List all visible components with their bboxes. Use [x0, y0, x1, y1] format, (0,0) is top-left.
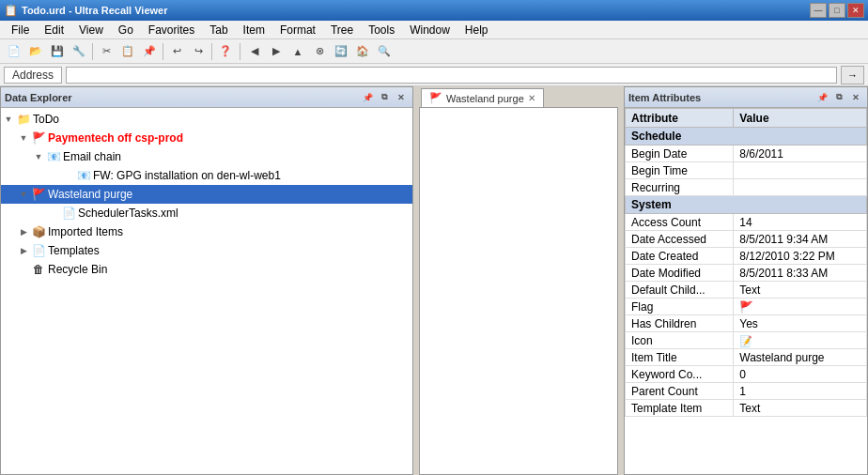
menu-tools[interactable]: Tools	[361, 22, 402, 38]
expand-scheduler[interactable]	[46, 206, 61, 221]
content-panel: 🚩 Wasteland purge ✕	[419, 86, 618, 475]
panel-pin-button[interactable]: 📌	[360, 91, 375, 104]
attr-row-begin-time: Begin Time	[626, 162, 867, 179]
menu-item[interactable]: Item	[236, 22, 272, 38]
label-imported: Imported Items	[48, 225, 123, 238]
attr-access-count-label: Access Count	[626, 214, 734, 231]
icon-imported: 📦	[31, 224, 46, 239]
expand-wasteland[interactable]: ▼	[16, 187, 31, 202]
tree-item-scheduler[interactable]: 📄 SchedulerTasks.xml	[1, 204, 412, 222]
label-recycle: Recycle Bin	[48, 263, 107, 276]
data-explorer-header: Data Explorer 📌 ⧉ ✕	[1, 87, 412, 108]
menu-view[interactable]: View	[71, 22, 111, 38]
nav-forward-button[interactable]: ▶	[266, 41, 287, 62]
attr-default-child-value: Text	[734, 282, 867, 299]
icon-wasteland: 🚩	[31, 187, 46, 202]
window-title: Todo.urd - Ultra Recall Viewer	[22, 5, 810, 16]
tree-item-imported[interactable]: ▶ 📦 Imported Items	[1, 222, 412, 241]
attr-float-button[interactable]: ⧉	[831, 91, 846, 104]
properties-button[interactable]: 🔧	[69, 41, 89, 62]
address-label: Address	[4, 67, 62, 84]
attributes-panel-controls[interactable]: 📌 ⧉ ✕	[814, 91, 863, 104]
attr-has-children-value: Yes	[734, 315, 867, 332]
menu-format[interactable]: Format	[272, 22, 323, 38]
menu-go[interactable]: Go	[111, 22, 141, 38]
attr-date-accessed-label: Date Accessed	[626, 231, 734, 248]
menu-tab[interactable]: Tab	[202, 22, 235, 38]
tree-item-emailchain[interactable]: ▼ 📧 Email chain	[1, 147, 412, 166]
nav-back-button[interactable]: ◀	[244, 41, 265, 62]
cut-button[interactable]: ✂	[96, 41, 116, 62]
panel-header-controls[interactable]: 📌 ⧉ ✕	[360, 91, 409, 104]
tree-item-paymentech[interactable]: ▼ 🚩 Paymentech off csp-prod	[1, 129, 412, 147]
menu-file[interactable]: File	[4, 22, 37, 38]
attributes-panel-header: Item Attributes 📌 ⧉ ✕	[625, 87, 867, 108]
attr-row-date-accessed: Date Accessed 8/5/2011 9:34 AM	[626, 231, 867, 248]
section-schedule-label: Schedule	[626, 128, 867, 146]
address-go-button[interactable]: →	[841, 66, 864, 84]
attr-row-icon: Icon 📝	[626, 332, 867, 349]
tree-item-todo[interactable]: ▼ 📁 ToDo	[1, 110, 412, 129]
menu-bar: File Edit View Go Favorites Tab Item For…	[0, 21, 868, 39]
toolbar-separator-1	[92, 43, 93, 60]
maximize-button[interactable]: □	[829, 3, 845, 18]
nav-stop-button[interactable]: ⊗	[309, 41, 330, 62]
copy-button[interactable]: 📋	[117, 41, 138, 62]
expand-fw[interactable]	[61, 168, 76, 183]
toolbar-section-nav: ◀ ▶ ▲ ⊗ 🔄 🏠 🔍	[244, 41, 395, 62]
toolbar-section-file: 📄 📂 💾 🔧 ✂ 📋 📌 ↩ ↪ ❓	[4, 41, 236, 62]
nav-refresh-button[interactable]: 🔄	[331, 41, 351, 62]
data-explorer-panel: Data Explorer 📌 ⧉ ✕ ▼ 📁 ToDo ▼ 🚩 Payment…	[0, 86, 413, 475]
paste-button[interactable]: 📌	[139, 41, 160, 62]
attr-icon-value: 📝	[734, 332, 867, 349]
tree-item-recycle[interactable]: 🗑 Recycle Bin	[1, 260, 412, 279]
data-explorer-title: Data Explorer	[5, 92, 72, 103]
open-button[interactable]: 📂	[25, 41, 46, 62]
expand-emailchain[interactable]: ▼	[31, 149, 46, 164]
save-button[interactable]: 💾	[47, 41, 68, 62]
nav-search-button[interactable]: 🔍	[374, 41, 395, 62]
tab-close-wasteland[interactable]: ✕	[528, 93, 535, 103]
expand-imported[interactable]: ▶	[16, 224, 31, 239]
tab-wasteland[interactable]: 🚩 Wasteland purge ✕	[421, 88, 544, 107]
menu-window[interactable]: Window	[402, 22, 457, 38]
redo-button[interactable]: ↪	[188, 41, 209, 62]
expand-todo[interactable]: ▼	[1, 112, 16, 127]
address-input[interactable]	[66, 67, 837, 84]
minimize-button[interactable]: —	[810, 3, 827, 18]
attr-keyword-count-value: 0	[734, 366, 867, 383]
attr-icon-label: Icon	[626, 332, 734, 349]
new-button[interactable]: 📄	[4, 41, 24, 62]
attr-begin-time-value	[734, 162, 867, 179]
expand-paymentech[interactable]: ▼	[16, 130, 31, 146]
attr-close-button[interactable]: ✕	[848, 91, 863, 104]
attr-recurring-value	[734, 179, 867, 196]
item-icon: 📝	[739, 335, 752, 346]
attr-flag-value: 🚩	[734, 299, 867, 315]
expand-recycle[interactable]	[16, 262, 31, 277]
menu-favorites[interactable]: Favorites	[141, 22, 202, 38]
attr-pin-button[interactable]: 📌	[814, 91, 829, 104]
nav-home-button[interactable]: 🏠	[352, 41, 373, 62]
toolbar-separator-2	[163, 43, 163, 60]
menu-tree[interactable]: Tree	[323, 22, 361, 38]
attr-keyword-count-label: Keyword Co...	[626, 366, 734, 383]
tree-item-fw[interactable]: 📧 FW: GPG installation on den-wl-web1	[1, 166, 412, 185]
section-system-label: System	[626, 196, 867, 214]
panel-close-button[interactable]: ✕	[394, 91, 409, 104]
help-button[interactable]: ❓	[215, 41, 236, 62]
nav-up-button[interactable]: ▲	[287, 41, 308, 62]
undo-button[interactable]: ↩	[166, 41, 187, 62]
close-button[interactable]: ✕	[847, 3, 864, 18]
tree-item-templates[interactable]: ▶ 📄 Templates	[1, 241, 412, 260]
expand-templates[interactable]: ▶	[16, 243, 31, 258]
address-bar: Address →	[0, 64, 868, 86]
menu-edit[interactable]: Edit	[37, 22, 71, 38]
resizer-1[interactable]	[413, 86, 417, 475]
menu-help[interactable]: Help	[457, 22, 496, 38]
attr-row-date-created: Date Created 8/12/2010 3:22 PM	[626, 248, 867, 265]
tree-item-wasteland[interactable]: ▼ 🚩 Wasteland purge	[1, 185, 412, 204]
label-wasteland: Wasteland purge	[48, 188, 132, 201]
panel-float-button[interactable]: ⧉	[377, 91, 392, 104]
window-controls[interactable]: — □ ✕	[810, 3, 864, 18]
